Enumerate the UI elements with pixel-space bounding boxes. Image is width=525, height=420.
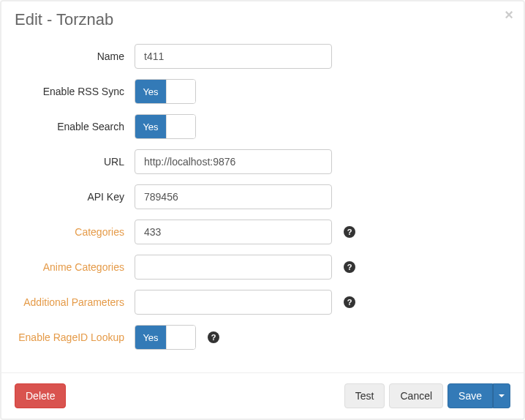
cancel-button[interactable]: Cancel bbox=[389, 383, 443, 408]
field-api-key: API Key bbox=[15, 184, 510, 209]
field-enable-rss: Enable RSS Sync Yes bbox=[15, 79, 510, 104]
save-button-group: Save bbox=[447, 383, 510, 408]
field-enable-rageid: Enable RageID Lookup Yes ? bbox=[15, 325, 510, 350]
toggle-handle bbox=[166, 80, 195, 103]
categories-input[interactable] bbox=[135, 220, 332, 244]
name-input[interactable] bbox=[135, 44, 332, 69]
modal-footer: Delete Test Cancel Save bbox=[1, 372, 524, 419]
toggle-handle bbox=[166, 326, 195, 349]
save-dropdown-button[interactable] bbox=[493, 383, 510, 408]
toggle-yes-label: Yes bbox=[135, 80, 166, 103]
toggle-yes-label: Yes bbox=[135, 115, 166, 138]
help-icon[interactable]: ? bbox=[344, 296, 355, 308]
label-enable-rageid: Enable RageID Lookup bbox=[15, 331, 135, 343]
label-name: Name bbox=[15, 50, 135, 62]
field-anime-categories: Anime Categories ? bbox=[15, 255, 510, 280]
delete-button[interactable]: Delete bbox=[15, 383, 66, 408]
label-enable-rss: Enable RSS Sync bbox=[15, 86, 135, 97]
test-button[interactable]: Test bbox=[344, 383, 385, 408]
help-icon[interactable]: ? bbox=[208, 331, 219, 343]
modal-title: Edit - Torznab bbox=[15, 10, 510, 29]
api-key-input[interactable] bbox=[135, 184, 332, 209]
enable-rss-toggle[interactable]: Yes bbox=[135, 79, 196, 104]
modal-body: Name Enable RSS Sync Yes Enable Search Y… bbox=[1, 37, 524, 372]
field-name: Name bbox=[15, 44, 510, 69]
label-enable-search: Enable Search bbox=[15, 121, 135, 132]
label-categories: Categories bbox=[15, 226, 135, 238]
field-additional-parameters: Additional Parameters ? bbox=[15, 290, 510, 315]
label-api-key: API Key bbox=[15, 191, 135, 203]
save-button[interactable]: Save bbox=[447, 383, 493, 408]
additional-parameters-input[interactable] bbox=[135, 290, 332, 315]
help-icon[interactable]: ? bbox=[344, 226, 355, 238]
anime-categories-input[interactable] bbox=[135, 255, 332, 280]
field-enable-search: Enable Search Yes bbox=[15, 114, 510, 139]
label-additional-parameters: Additional Parameters bbox=[15, 296, 135, 308]
close-icon[interactable]: × bbox=[505, 7, 513, 22]
toggle-handle bbox=[166, 115, 195, 138]
enable-search-toggle[interactable]: Yes bbox=[135, 114, 196, 139]
help-icon[interactable]: ? bbox=[344, 261, 355, 273]
modal-header: Edit - Torznab × bbox=[1, 1, 524, 37]
chevron-down-icon bbox=[499, 394, 505, 397]
field-url: URL bbox=[15, 149, 510, 174]
label-anime-categories: Anime Categories bbox=[15, 261, 135, 273]
toggle-yes-label: Yes bbox=[135, 326, 166, 349]
url-input[interactable] bbox=[135, 149, 332, 174]
enable-rageid-toggle[interactable]: Yes bbox=[135, 325, 196, 350]
field-categories: Categories ? bbox=[15, 220, 510, 244]
label-url: URL bbox=[15, 156, 135, 168]
edit-indexer-modal: Edit - Torznab × Name Enable RSS Sync Ye… bbox=[0, 0, 525, 420]
